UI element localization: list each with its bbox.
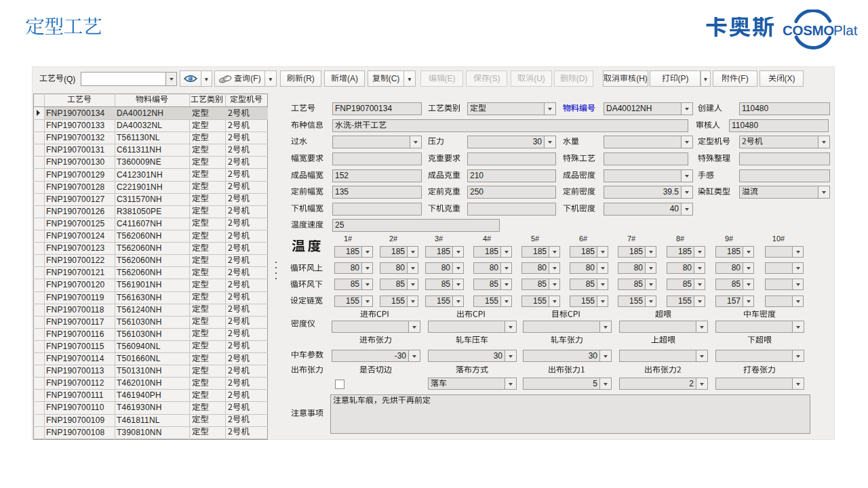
svg-text:COSMO: COSMO bbox=[783, 22, 834, 38]
svg-text:Plat: Plat bbox=[833, 22, 858, 38]
